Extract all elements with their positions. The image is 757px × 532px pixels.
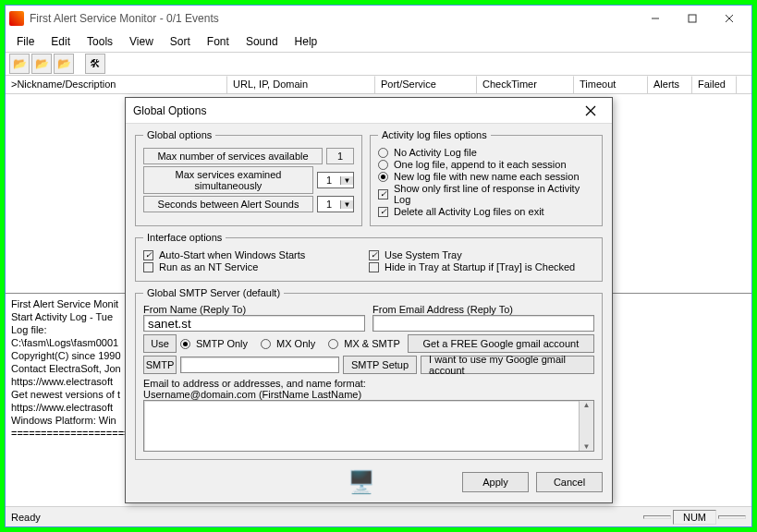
email-addresses-textarea[interactable]: ▲▼ — [143, 400, 594, 452]
status-num: NUM — [673, 510, 716, 525]
email-hint-2: Username@domain.com (FirstName LastName) — [143, 389, 594, 400]
global-options-group: Global options Max number of services av… — [135, 129, 362, 226]
max-services-value: 1 — [326, 148, 354, 164]
interface-options-group: Interface options Auto-Start when Window… — [135, 232, 603, 282]
menu-sort[interactable]: Sort — [163, 33, 198, 50]
menu-sound[interactable]: Sound — [238, 33, 286, 50]
menu-help[interactable]: Help — [287, 33, 325, 50]
check-delete-logs[interactable]: Delete all Activity Log files on exit — [378, 206, 594, 217]
radio-mx-smtp[interactable]: MX & SMTP — [328, 338, 400, 349]
close-button[interactable] — [711, 7, 748, 30]
radio-no-log[interactable]: No Activity Log file — [378, 147, 594, 158]
email-hint-1: Email to address or addresses, and name … — [143, 378, 594, 389]
check-first-line[interactable]: Show only first line of response in Acti… — [378, 183, 594, 205]
from-email-label: From Email Address (Reply To) — [372, 304, 594, 315]
dialog-titlebar: Global Options — [126, 98, 612, 124]
check-nt-service[interactable]: Run as an NT Service — [143, 261, 369, 272]
toolbar: 📂 📂 📂 🛠 — [6, 52, 751, 76]
apply-button[interactable]: Apply — [462, 472, 529, 492]
svg-rect-1 — [689, 15, 696, 22]
menu-view[interactable]: View — [122, 33, 161, 50]
radio-one-log[interactable]: One log file, append to it each session — [378, 159, 594, 170]
col-alerts[interactable]: Alerts — [648, 76, 692, 93]
smtp-group: Global SMTP Server (default) From Name (… — [135, 287, 603, 460]
toolbar-tools-icon[interactable]: 🛠 — [85, 54, 105, 74]
textarea-scrollbar[interactable]: ▲▼ — [579, 401, 593, 451]
col-timer[interactable]: CheckTimer — [477, 76, 574, 93]
check-autostart[interactable]: Auto-Start when Windows Starts — [143, 249, 369, 260]
from-name-label: From Name (Reply To) — [143, 304, 365, 315]
activity-log-group: Activity log files options No Activity L… — [370, 129, 603, 226]
col-failed[interactable]: Failed — [692, 76, 737, 93]
col-timeout[interactable]: Timeout — [574, 76, 648, 93]
window-title: First Alert Service Monitor - 0/1 Events — [30, 12, 637, 25]
max-simultaneous-label: Max services examined simultaneously — [143, 166, 313, 194]
max-simultaneous-dropdown[interactable]: 1▼ — [317, 172, 354, 188]
get-free-gmail-button[interactable]: Get a FREE Google gmail account — [408, 334, 594, 353]
status-ready: Ready — [11, 512, 41, 523]
toolbar-open2-icon[interactable]: 📂 — [31, 54, 52, 74]
smtp-label: SMTP — [143, 356, 177, 374]
check-hide-tray[interactable]: Hide in Tray at Startup if [Tray] is Che… — [369, 261, 594, 272]
use-gmail-button[interactable]: I want to use my Google gmail account — [421, 356, 594, 374]
seconds-alert-dropdown[interactable]: 1▼ — [317, 196, 354, 212]
col-nickname[interactable]: >Nickname/Description — [6, 76, 227, 93]
cancel-button[interactable]: Cancel — [536, 472, 603, 492]
radio-mx-only[interactable]: MX Only — [261, 338, 315, 349]
radio-new-log[interactable]: New log file with new name each session — [378, 171, 594, 182]
smtp-server-input[interactable] — [180, 357, 339, 373]
menu-font[interactable]: Font — [200, 33, 237, 50]
column-headers: >Nickname/Description URL, IP, Domain Po… — [6, 76, 751, 94]
col-url[interactable]: URL, IP, Domain — [227, 76, 375, 93]
max-services-label: Max number of services available — [143, 148, 323, 164]
menu-tools[interactable]: Tools — [79, 33, 120, 50]
toolbar-open-icon[interactable]: 📂 — [9, 54, 30, 74]
app-icon — [9, 11, 24, 26]
toolbar-open3-icon[interactable]: 📂 — [54, 54, 74, 74]
dialog-title: Global Options — [133, 104, 577, 117]
menu-edit[interactable]: Edit — [43, 33, 78, 50]
col-port[interactable]: Port/Service — [375, 76, 477, 93]
from-name-input[interactable] — [143, 315, 365, 332]
use-label: Use — [143, 334, 177, 353]
titlebar: First Alert Service Monitor - 0/1 Events — [6, 6, 751, 31]
minimize-button[interactable] — [637, 7, 674, 30]
menubar: File Edit Tools View Sort Font Sound Hel… — [6, 31, 751, 52]
from-email-input[interactable] — [372, 315, 594, 332]
menu-file[interactable]: File — [9, 33, 42, 50]
maximize-button[interactable] — [674, 7, 711, 30]
dialog-close-button[interactable] — [577, 101, 604, 121]
smtp-setup-button[interactable]: SMTP Setup — [343, 356, 417, 374]
statusbar: Ready NUM — [6, 506, 751, 526]
seconds-alert-label: Seconds between Alert Sounds — [143, 196, 313, 212]
radio-smtp-only[interactable]: SMTP Only — [180, 338, 248, 349]
check-system-tray[interactable]: Use System Tray — [369, 249, 594, 260]
computer-icon: 🖥️ — [348, 469, 375, 495]
global-options-dialog: Global Options Global options Max number… — [125, 97, 613, 503]
